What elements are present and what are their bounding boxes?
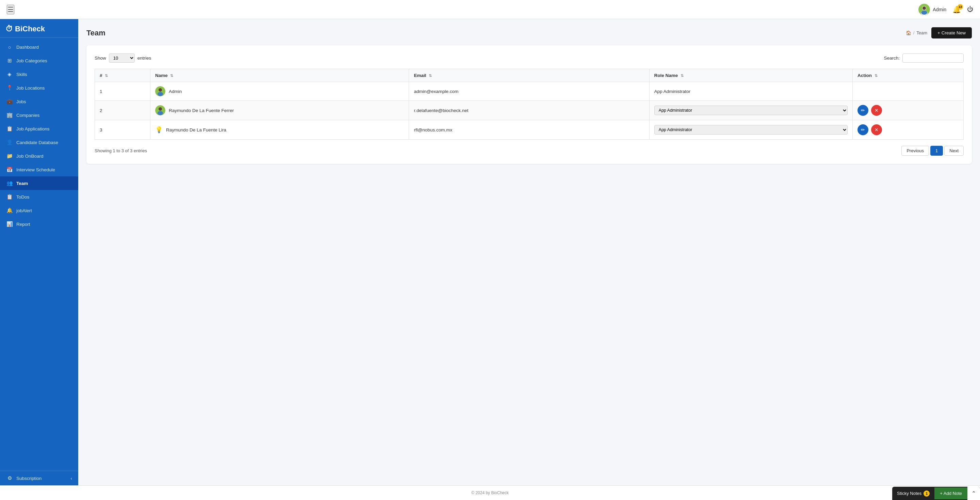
sidebar-item-todos[interactable]: 📋 ToDos	[0, 190, 78, 204]
action-buttons: ✏ ✕	[858, 105, 959, 116]
sidebar-item-report[interactable]: 📊 Report	[0, 217, 78, 231]
add-note-button[interactable]: + Add Note	[934, 487, 967, 499]
logo-icon: ⏱	[5, 24, 13, 34]
sidebar-item-label: Dashboard	[16, 45, 39, 50]
team-icon: 👥	[6, 180, 13, 186]
action-cell: ✏ ✕	[853, 101, 964, 120]
subscription-item[interactable]: ⚙ Subscription ‹	[6, 475, 72, 481]
delete-button[interactable]: ✕	[871, 124, 882, 135]
power-button[interactable]: ⏻	[967, 6, 973, 13]
table-row: 1 Admin admin@example.com App Administra…	[95, 82, 964, 101]
user-name: Raymundo De La Fuente Ferrer	[169, 108, 234, 113]
sidebar-item-companies[interactable]: 🏢 Companies	[0, 108, 78, 122]
user-cell: Raymundo De La Fuente Ferrer	[155, 105, 404, 115]
top-bar-left: ☰	[7, 5, 14, 14]
todos-icon: 📋	[6, 194, 13, 200]
sidebar-item-interview-schedule[interactable]: 📅 Interview Schedule	[0, 163, 78, 176]
name-cell: Admin	[150, 82, 409, 101]
page-1-button[interactable]: 1	[930, 146, 943, 156]
notification-button[interactable]: 🔔 13	[953, 5, 961, 14]
delete-button[interactable]: ✕	[871, 105, 882, 116]
sidebar-item-label: Skills	[16, 72, 27, 77]
sidebar-item-label: Job Categories	[16, 58, 47, 63]
sidebar-item-job-locations[interactable]: 📍 Job Locations	[0, 81, 78, 95]
breadcrumb-current: Team	[916, 30, 927, 35]
table-row: 3 💡 Raymundo De La Fuente Lira rfl@nobus…	[95, 120, 964, 140]
admin-info: Admin	[918, 4, 946, 15]
sidebar-logo: ⏱ BiCheck	[0, 19, 78, 38]
sidebar-item-label: Candidate Database	[16, 140, 58, 145]
role-cell: App Administrator	[649, 82, 853, 101]
col-header-hash[interactable]: # ⇅	[95, 69, 150, 82]
sticky-notes-bar: Sticky Notes 1 + Add Note ⌃	[892, 487, 980, 500]
edit-button[interactable]: ✏	[858, 124, 869, 135]
action-cell: ✏ ✕	[853, 120, 964, 140]
table-row: 2 Raymundo De La Fuente Ferrer r.delafue…	[95, 101, 964, 120]
page-header-right: 🏠 / Team + Create New	[906, 27, 972, 38]
sidebar-item-team[interactable]: 👥 Team	[0, 176, 78, 190]
svg-point-7	[158, 92, 163, 96]
sidebar-item-job-categories[interactable]: ⊞ Job Categories	[0, 54, 78, 67]
col-header-name[interactable]: Name ⇅	[150, 69, 409, 82]
data-table: # ⇅ Name ⇅ Email ⇅ Role Name ⇅	[95, 69, 964, 140]
dashboard-icon: ○	[6, 44, 13, 50]
sidebar-item-label: Interview Schedule	[16, 167, 55, 173]
sidebar-item-skills[interactable]: ◈ Skills	[0, 67, 78, 81]
sidebar-item-label: Job Applications	[16, 126, 50, 131]
sidebar-item-candidate-database[interactable]: 👤 Candidate Database	[0, 136, 78, 149]
edit-button[interactable]: ✏	[858, 105, 869, 116]
notification-badge: 13	[958, 4, 963, 10]
collapse-icon: ‹	[71, 476, 73, 481]
sticky-notes-text: Sticky Notes	[897, 491, 921, 496]
sidebar-item-label: jobAlert	[16, 208, 32, 213]
search-input[interactable]	[902, 53, 964, 63]
entries-select[interactable]: 10 25 50 100	[109, 53, 135, 63]
col-header-email[interactable]: Email ⇅	[409, 69, 649, 82]
svg-point-3	[923, 6, 926, 10]
user-name: Admin	[169, 89, 182, 94]
breadcrumb-home[interactable]: 🏠	[906, 30, 911, 35]
sort-icon-action: ⇅	[875, 73, 878, 78]
email-cell: r.delafuente@biocheck.net	[409, 101, 649, 120]
admin-name: Admin	[933, 7, 946, 12]
page-header: Team 🏠 / Team + Create New	[86, 27, 972, 38]
avatar	[918, 4, 930, 15]
sidebar-item-jobalert[interactable]: 🔔 jobAlert	[0, 204, 78, 217]
sidebar-item-job-applications[interactable]: 📋 Job Applications	[0, 122, 78, 136]
role-cell: App Administrator Editor Viewer	[649, 101, 853, 120]
user-name: Raymundo De La Fuente Lira	[166, 128, 226, 133]
sidebar-item-label: ToDos	[16, 195, 29, 200]
top-bar-right: Admin 🔔 13 ⏻	[918, 4, 973, 15]
role-select[interactable]: App Administrator Editor Viewer	[654, 105, 848, 115]
next-button[interactable]: Next	[944, 146, 964, 156]
col-header-role[interactable]: Role Name ⇅	[649, 69, 853, 82]
svg-point-4	[921, 11, 927, 14]
sidebar-item-jobs[interactable]: 💼 Jobs	[0, 95, 78, 108]
name-cell: 💡 Raymundo De La Fuente Lira	[150, 120, 409, 140]
row-num: 1	[95, 82, 150, 101]
show-entries: Show 10 25 50 100 entries	[95, 53, 151, 63]
search-box: Search:	[884, 53, 964, 63]
action-buttons: ✏ ✕	[858, 124, 959, 135]
role-select[interactable]: App Administrator Editor Viewer	[654, 125, 848, 134]
hamburger-button[interactable]: ☰	[7, 5, 14, 14]
prev-button[interactable]: Previous	[901, 146, 929, 156]
companies-icon: 🏢	[6, 112, 13, 118]
job-applications-icon: 📋	[6, 126, 13, 132]
sort-icon-hash: ⇅	[105, 73, 108, 78]
scroll-top-button[interactable]: ⌃	[967, 487, 980, 500]
job-categories-icon: ⊞	[6, 58, 13, 64]
action-cell	[853, 82, 964, 101]
jobalert-icon: 🔔	[6, 208, 13, 214]
sort-icon-email: ⇅	[429, 73, 432, 78]
pagination: Previous 1 Next	[901, 146, 964, 156]
create-new-button[interactable]: + Create New	[931, 27, 972, 38]
sidebar-footer[interactable]: ⚙ Subscription ‹	[0, 471, 78, 486]
avatar	[155, 105, 165, 115]
sidebar-item-dashboard[interactable]: ○ Dashboard	[0, 40, 78, 54]
sidebar-item-job-onboard[interactable]: 📁 Job OnBoard	[0, 149, 78, 163]
user-cell: 💡 Raymundo De La Fuente Lira	[155, 126, 404, 134]
email-cell: rfl@nobus.com.mx	[409, 120, 649, 140]
col-header-action[interactable]: Action ⇅	[853, 69, 964, 82]
candidate-database-icon: 👤	[6, 139, 13, 145]
